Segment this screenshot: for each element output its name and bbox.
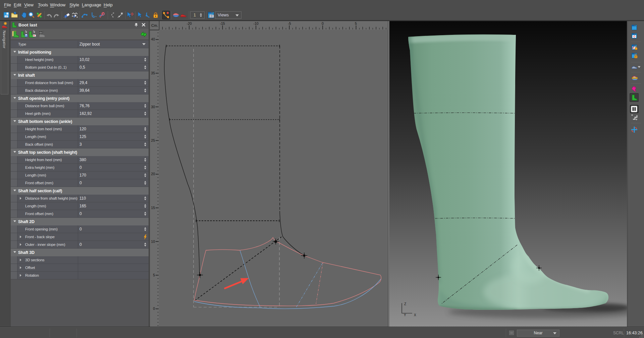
svg-text:0: 0 — [322, 21, 324, 25]
svg-text:0: 0 — [153, 307, 155, 311]
svg-text:35: 35 — [151, 71, 155, 75]
svg-text:X: X — [414, 313, 416, 317]
svg-text:20: 20 — [151, 172, 155, 176]
svg-text:f: f — [43, 30, 44, 34]
svg-text:10: 10 — [151, 240, 155, 244]
svg-text:40: 40 — [151, 37, 155, 41]
svg-text:-10: -10 — [253, 21, 258, 25]
svg-text:Z: Z — [404, 302, 406, 306]
svg-text:30: 30 — [151, 105, 155, 109]
svg-text:-5: -5 — [288, 21, 291, 25]
svg-text:Cm.: Cm. — [151, 23, 158, 27]
svg-text:Y: Y — [404, 313, 406, 317]
svg-text:15: 15 — [151, 206, 155, 210]
svg-text:25: 25 — [151, 138, 155, 142]
svg-text:5: 5 — [355, 21, 357, 25]
svg-text:-15: -15 — [220, 21, 225, 25]
svg-text:-20: -20 — [186, 21, 192, 25]
svg-text:5: 5 — [153, 273, 155, 277]
